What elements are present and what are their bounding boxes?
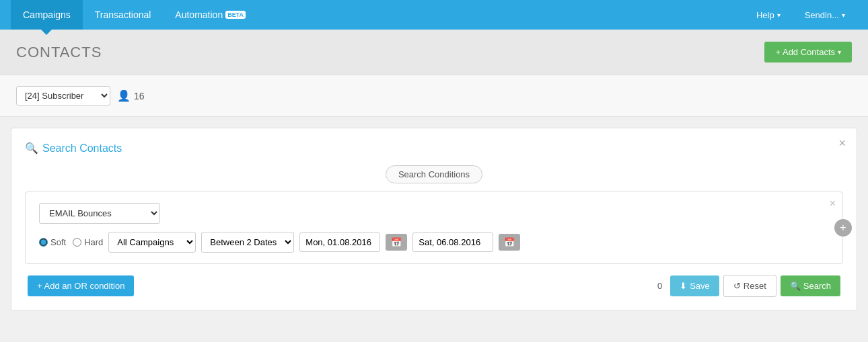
calendar-from-button[interactable]: 📅 xyxy=(386,234,407,251)
campaign-select[interactable]: All Campaigns xyxy=(108,232,196,253)
radio-hard-text: Hard xyxy=(84,237,103,247)
date-filter-select[interactable]: Between 2 Dates xyxy=(201,232,294,253)
radio-group: Soft Hard xyxy=(39,237,103,247)
conditions-pill: Search Conditions xyxy=(386,165,482,183)
add-or-condition-button[interactable]: + Add an OR condition xyxy=(28,275,134,296)
add-contacts-label: + Add Contacts xyxy=(775,47,835,57)
condition-box: × EMAIL Bounces Soft Hard All Campaigns xyxy=(25,191,843,264)
bottom-bar: + Add an OR condition 0 ⬇ Save ↺ Reset 🔍… xyxy=(25,275,843,297)
search-panel-title: 🔍 Search Contacts xyxy=(25,142,843,155)
reset-button[interactable]: ↺ Reset xyxy=(723,275,776,297)
nav-sending-label: Sendin... xyxy=(805,10,839,20)
search-panel: 🔍 Search Contacts × Search Conditions × … xyxy=(11,128,857,311)
beta-badge: BETA xyxy=(225,11,246,19)
radio-hard-label[interactable]: Hard xyxy=(73,237,103,247)
calendar-icon: 📅 xyxy=(504,237,515,247)
radio-soft-label[interactable]: Soft xyxy=(39,237,66,247)
chevron-down-icon: ▾ xyxy=(777,11,781,19)
nav-sending[interactable]: Sendin... ▾ xyxy=(793,0,857,30)
person-icon: 👤 xyxy=(117,89,131,102)
calendar-to-button[interactable]: 📅 xyxy=(499,234,520,251)
condition-type-select[interactable]: EMAIL Bounces xyxy=(39,203,160,224)
condition-row2: Soft Hard All Campaigns Between 2 Dates … xyxy=(39,232,829,253)
subscriber-bar: [24] Subscriber 👤 16 xyxy=(0,75,868,117)
chevron-down-icon: ▾ xyxy=(838,48,841,56)
date-from-input[interactable] xyxy=(299,232,380,252)
close-icon[interactable]: × xyxy=(838,136,846,151)
save-button[interactable]: ⬇ Save xyxy=(670,275,719,296)
nav-automation[interactable]: Automation BETA xyxy=(163,0,258,30)
nav-campaigns[interactable]: Campaigns xyxy=(11,0,83,30)
nav-automation-label: Automation xyxy=(175,9,223,20)
add-condition-circle[interactable]: + xyxy=(834,219,852,237)
nav-transactional-label: Transactional xyxy=(95,9,151,20)
conditions-pill-wrapper: Search Conditions xyxy=(25,165,843,183)
date-to-input[interactable] xyxy=(412,232,493,252)
magnifier-icon: 🔍 xyxy=(790,281,801,291)
page-title: CONTACTS xyxy=(16,44,102,61)
plus-icon: + xyxy=(840,222,846,234)
add-contacts-button[interactable]: + Add Contacts ▾ xyxy=(764,42,852,62)
condition-row1: EMAIL Bounces xyxy=(39,203,829,224)
nav-left: Campaigns Transactional Automation BETA xyxy=(11,0,744,30)
bottom-right: 0 ⬇ Save ↺ Reset 🔍 Search xyxy=(653,275,840,297)
top-navigation: Campaigns Transactional Automation BETA … xyxy=(0,0,868,30)
header-bar: CONTACTS + Add Contacts ▾ xyxy=(0,30,868,75)
search-button[interactable]: 🔍 Search xyxy=(781,275,840,296)
condition-close-icon[interactable]: × xyxy=(830,198,836,210)
result-count: 0 xyxy=(653,281,666,291)
nav-transactional[interactable]: Transactional xyxy=(83,0,164,30)
search-contacts-title: Search Contacts xyxy=(42,142,122,155)
subscriber-count: 👤 16 xyxy=(117,89,145,102)
chevron-down-icon: ▾ xyxy=(842,11,845,19)
count-value: 16 xyxy=(134,91,145,101)
subscriber-select[interactable]: [24] Subscriber xyxy=(16,86,110,105)
download-icon: ⬇ xyxy=(680,281,687,291)
reset-label: Reset xyxy=(744,281,766,291)
nav-help-label: Help xyxy=(756,10,774,20)
radio-soft-text: Soft xyxy=(50,237,66,247)
search-icon: 🔍 xyxy=(25,142,38,155)
search-label: Search xyxy=(803,281,831,291)
nav-campaigns-label: Campaigns xyxy=(23,9,71,20)
calendar-icon: 📅 xyxy=(391,237,402,247)
nav-help[interactable]: Help ▾ xyxy=(744,0,793,30)
radio-hard[interactable] xyxy=(73,238,81,247)
radio-soft[interactable] xyxy=(39,238,48,247)
refresh-icon: ↺ xyxy=(733,281,741,291)
add-or-label: + Add an OR condition xyxy=(37,281,124,291)
save-label: Save xyxy=(690,281,710,291)
nav-right: Help ▾ Sendin... ▾ xyxy=(744,0,857,30)
